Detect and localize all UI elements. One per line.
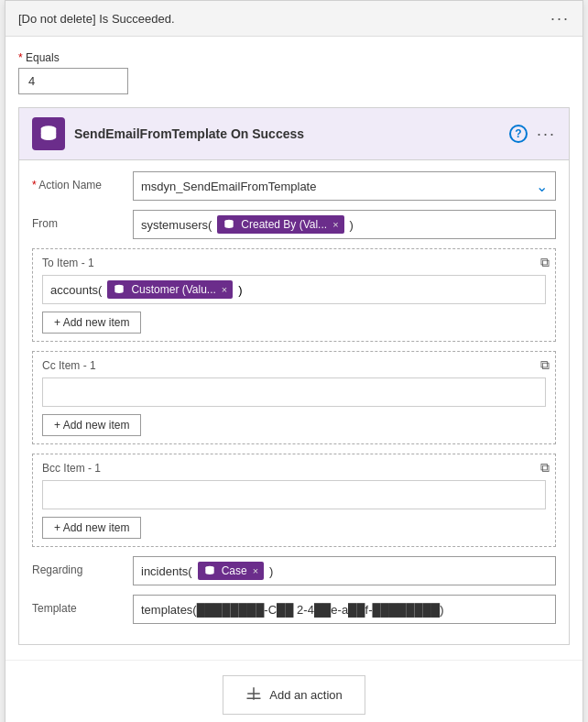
from-prefix: systemusers( [141, 218, 212, 232]
from-label: From [32, 210, 133, 230]
inner-card-header: SendEmailFromTemplate On Success ? ··· [19, 108, 569, 160]
add-action-label: Add an action [269, 688, 343, 702]
bcc-input[interactable] [42, 480, 546, 509]
bcc-section: ⧉ Bcc Item - 1 + Add new item [32, 454, 556, 547]
database-icon [38, 124, 59, 144]
cc-add-new-item-button[interactable]: + Add new item [42, 414, 141, 436]
regarding-label: Regarding [32, 556, 133, 576]
inner-menu-dots[interactable]: ··· [537, 126, 556, 142]
cc-label: Cc Item - 1 [42, 359, 546, 372]
header-actions: ? ··· [509, 125, 556, 143]
template-value: templates(████████-C██ 2-4██e-a██f-█████… [141, 603, 444, 617]
to-copy-icon[interactable]: ⧉ [540, 255, 550, 270]
bcc-copy-icon[interactable]: ⧉ [540, 460, 550, 476]
to-add-new-item-button[interactable]: + Add new item [42, 312, 141, 334]
template-label: Template [32, 595, 133, 615]
from-chip-text: Created By (Val... [241, 218, 327, 231]
help-icon[interactable]: ? [509, 125, 528, 143]
add-action-button[interactable]: Add an action [223, 675, 365, 715]
from-chip-close[interactable]: × [332, 219, 338, 230]
chip-database-icon-2 [113, 283, 125, 296]
from-chip: Created By (Val... × [217, 215, 343, 234]
from-chip-db-icon [223, 217, 237, 232]
outer-header: [Do not delete] Is Succeeded. ··· [5, 1, 583, 37]
outer-menu-dots[interactable]: ··· [550, 10, 570, 27]
action-name-row: Action Name msdyn_SendEmailFromTemplate … [32, 171, 556, 201]
to-chip-close[interactable]: × [222, 284, 227, 295]
to-input[interactable]: accounts( Customer (Valu... × [42, 275, 546, 304]
regarding-control: incidents( Case × [133, 556, 556, 585]
outer-body: * Equals SendEmailFromTemplate On Succes… [5, 37, 583, 660]
add-action-svg [245, 685, 262, 702]
to-chip: Customer (Valu... × [107, 280, 233, 299]
bcc-add-new-item-button[interactable]: + Add new item [42, 517, 141, 539]
template-row: Template templates(████████-C██ 2-4██e-a… [32, 595, 556, 624]
to-chip-db-icon [113, 282, 127, 297]
to-section: ⧉ To Item - 1 accounts( [32, 248, 556, 342]
cc-input[interactable] [42, 377, 546, 407]
dropdown-arrow-icon[interactable]: ⌄ [536, 178, 548, 195]
from-row: From systemusers( Created By [32, 210, 556, 239]
inner-card: SendEmailFromTemplate On Success ? ··· A… [18, 107, 570, 645]
db-icon [32, 117, 65, 150]
cc-section: ⧉ Cc Item - 1 + Add new item [32, 351, 556, 444]
action-name-control[interactable]: msdyn_SendEmailFromTemplate ⌄ [133, 171, 556, 201]
from-suffix: ) [350, 218, 354, 232]
from-control: systemusers( Created By (Val... × [133, 210, 556, 239]
action-name-value: msdyn_SendEmailFromTemplate [141, 180, 316, 193]
regarding-row: Regarding incidents( Case [32, 556, 556, 585]
regarding-chip-text: Case [222, 564, 247, 577]
chip-database-icon [223, 218, 235, 231]
to-label: To Item - 1 [42, 257, 546, 269]
inner-body: Action Name msdyn_SendEmailFromTemplate … [19, 160, 569, 644]
outer-card: [Do not delete] Is Succeeded. ··· * Equa… [5, 0, 583, 722]
action-name-label: Action Name [32, 171, 133, 191]
equals-input[interactable] [18, 68, 128, 94]
svg-rect-6 [247, 698, 261, 700]
outer-header-title: [Do not delete] Is Succeeded. [18, 12, 175, 26]
regarding-chip-db-icon [203, 563, 218, 578]
bcc-label: Bcc Item - 1 [42, 462, 546, 475]
to-prefix: accounts( [50, 283, 102, 297]
to-chip-text: Customer (Valu... [131, 283, 215, 296]
template-control[interactable]: templates(████████-C██ 2-4██e-a██f-█████… [133, 595, 556, 624]
regarding-chip: Case × [198, 562, 264, 580]
bottom-action: Add an action [5, 660, 583, 722]
regarding-chip-close[interactable]: × [253, 565, 258, 576]
add-action-icon [245, 685, 262, 705]
chip-database-icon-3 [203, 564, 216, 577]
to-suffix: ) [238, 283, 242, 297]
regarding-suffix: ) [269, 564, 273, 578]
inner-card-title: SendEmailFromTemplate On Success [74, 126, 500, 141]
regarding-prefix: incidents( [141, 564, 192, 578]
equals-label: * Equals [18, 51, 570, 64]
cc-copy-icon[interactable]: ⧉ [540, 357, 550, 373]
